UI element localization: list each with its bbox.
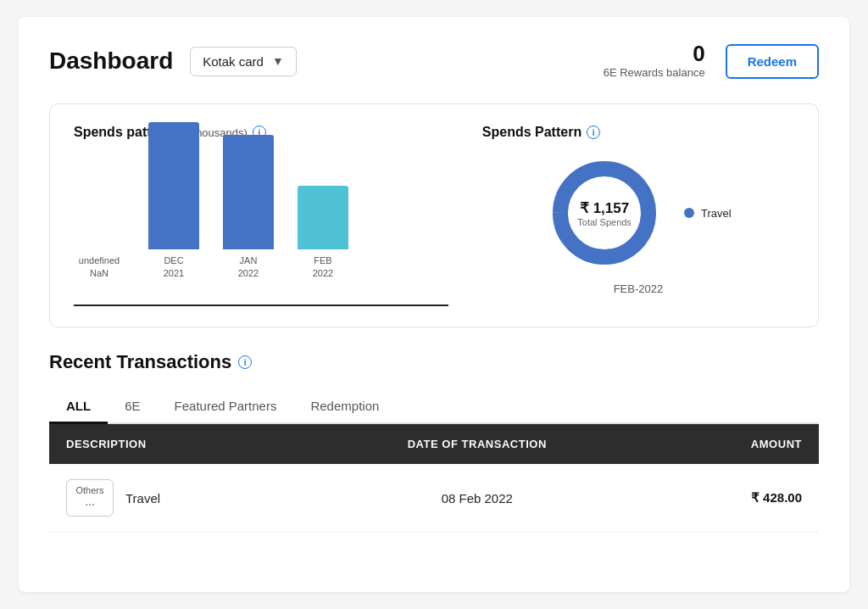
spends-card: Spends pattern (in thousands) i undefine… bbox=[49, 103, 819, 327]
table-row: Others ··· Travel 08 Feb 2022₹ 428.00 bbox=[49, 464, 819, 533]
donut-title: Spends Pattern i bbox=[482, 125, 600, 140]
spends-bar-section: Spends pattern (in thousands) i undefine… bbox=[74, 125, 448, 306]
bar-label: FEB 2022 bbox=[313, 254, 333, 279]
category-badge: Others ··· bbox=[66, 479, 114, 517]
tab-redemption[interactable]: Redemption bbox=[293, 390, 396, 424]
card-selector-label: Kotak card bbox=[203, 54, 264, 69]
donut-date: FEB-2022 bbox=[614, 282, 664, 295]
transactions-info-icon[interactable]: i bbox=[238, 355, 252, 369]
bar-label: undefined NaN bbox=[79, 254, 120, 279]
bar-group: JAN 2022 bbox=[223, 135, 274, 279]
legend-dot bbox=[684, 208, 694, 218]
card-selector-button[interactable]: Kotak card ▼ bbox=[190, 47, 297, 76]
donut-info-icon[interactable]: i bbox=[587, 126, 600, 139]
page-title: Dashboard bbox=[49, 47, 173, 75]
donut-chart: ₹ 1,157 Total Spends bbox=[545, 154, 664, 272]
donut-wrapper: ₹ 1,157 Total Spends Travel bbox=[545, 154, 732, 272]
bar bbox=[298, 186, 348, 249]
bar-group: FEB 2022 bbox=[298, 186, 348, 279]
td-description: Others ··· Travel bbox=[49, 464, 304, 533]
section-title-text: Recent Transactions bbox=[49, 351, 231, 373]
bar bbox=[223, 135, 274, 249]
chevron-down-icon: ▼ bbox=[272, 54, 284, 68]
col-header-date-of-transaction: DATE OF TRANSACTION bbox=[304, 424, 649, 464]
section-title: Recent Transactions i bbox=[49, 351, 819, 373]
page-container: Dashboard Kotak card ▼ 0 6E Rewards bala… bbox=[19, 17, 849, 592]
description-text: Travel bbox=[125, 491, 160, 506]
tab-all[interactable]: ALL bbox=[49, 390, 108, 424]
recent-transactions-section: Recent Transactions i ALL6EFeatured Part… bbox=[49, 351, 819, 533]
amount-value: ₹ 428.00 bbox=[751, 490, 802, 505]
tab-featured-partners[interactable]: Featured Partners bbox=[158, 390, 294, 424]
td-amount: ₹ 428.00 bbox=[649, 464, 819, 533]
bar bbox=[148, 122, 199, 249]
category-label: Others bbox=[75, 485, 103, 495]
col-header-description: DESCRIPTION bbox=[49, 424, 304, 464]
tab-6e[interactable]: 6E bbox=[108, 390, 157, 424]
donut-amount: ₹ 1,157 bbox=[577, 199, 632, 217]
bar-label: DEC 2021 bbox=[164, 254, 184, 279]
donut-sub-label: Total Spends bbox=[577, 217, 632, 227]
bar-chart: undefined NaNDEC 2021JAN 2022FEB 2022 bbox=[74, 154, 448, 306]
transactions-table: DESCRIPTIONDATE OF TRANSACTIONAMOUNT Oth… bbox=[49, 424, 819, 533]
header-left: Dashboard Kotak card ▼ bbox=[49, 47, 297, 76]
description-cell: Others ··· Travel bbox=[66, 479, 287, 517]
bar-group: undefined NaN bbox=[74, 249, 125, 279]
balance-label: 6E Rewards balance bbox=[604, 66, 705, 79]
rewards-balance: 0 6E Rewards balance bbox=[604, 42, 705, 80]
header: Dashboard Kotak card ▼ 0 6E Rewards bala… bbox=[49, 42, 819, 80]
legend-item: Travel bbox=[684, 207, 732, 220]
redeem-button[interactable]: Redeem bbox=[726, 44, 819, 79]
donut-legend: Travel bbox=[684, 207, 732, 220]
donut-center-text: ₹ 1,157 Total Spends bbox=[577, 199, 632, 227]
td-date: 08 Feb 2022 bbox=[304, 464, 649, 533]
col-header-amount: AMOUNT bbox=[649, 424, 819, 464]
bar-group: DEC 2021 bbox=[148, 122, 199, 279]
balance-number: 0 bbox=[604, 42, 705, 64]
spends-donut-section: Spends Pattern i ₹ 1,157 Total Spends bbox=[482, 125, 794, 295]
tabs: ALL6EFeatured PartnersRedemption bbox=[49, 390, 819, 424]
bar-label: JAN 2022 bbox=[238, 254, 259, 279]
table-header: DESCRIPTIONDATE OF TRANSACTIONAMOUNT bbox=[49, 424, 819, 464]
legend-label: Travel bbox=[701, 207, 732, 220]
donut-title-text: Spends Pattern bbox=[482, 125, 581, 140]
category-icon: ··· bbox=[85, 497, 95, 511]
header-right: 0 6E Rewards balance Redeem bbox=[604, 42, 819, 80]
